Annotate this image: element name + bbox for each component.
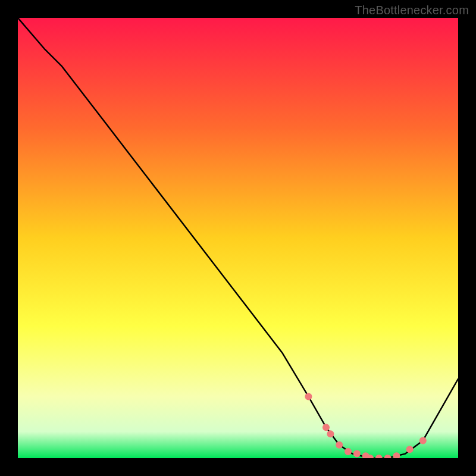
marker-dot	[305, 393, 312, 400]
marker-dot	[406, 446, 414, 453]
marker-dot	[322, 424, 330, 431]
chart-svg	[18, 18, 458, 458]
chart-container: TheBottlenecker.com	[0, 0, 476, 476]
marker-dot	[419, 437, 427, 444]
marker-dot	[353, 450, 361, 458]
marker-dot	[336, 441, 343, 449]
marker-dot	[345, 448, 352, 455]
watermark-text: TheBottlenecker.com	[355, 4, 469, 17]
gradient-background	[18, 18, 458, 458]
plot-area	[18, 18, 458, 458]
marker-dot	[327, 430, 334, 437]
